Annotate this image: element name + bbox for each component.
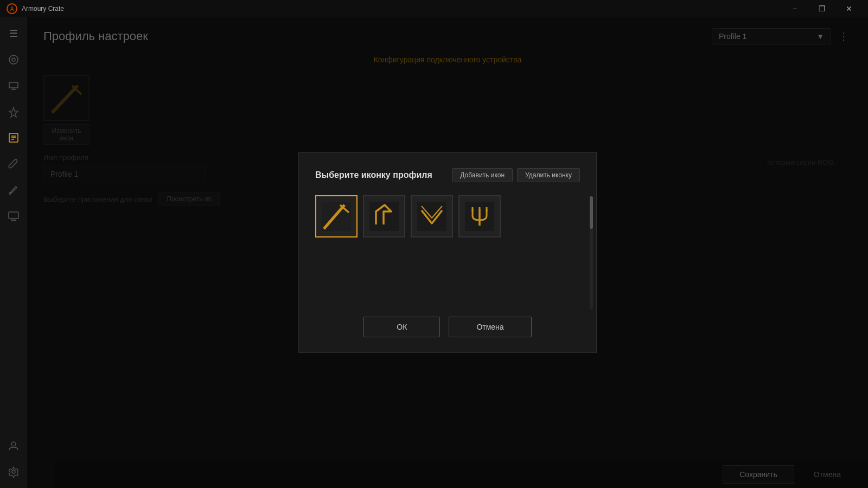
app-logo: A	[7, 3, 17, 14]
minimize-button[interactable]: −	[782, 0, 807, 17]
maximize-button[interactable]: ❐	[809, 0, 834, 17]
profile-icon	[8, 132, 20, 144]
icon-cell-1[interactable]	[363, 195, 405, 237]
sidebar-item-settings[interactable]	[3, 461, 24, 483]
window-controls: − ❐ ✕	[782, 0, 861, 17]
svg-rect-12	[9, 212, 18, 219]
modal-footer: ОК Отмена	[315, 317, 580, 337]
icon-cell-3[interactable]	[458, 195, 501, 237]
display-icon	[8, 210, 20, 222]
sidebar-item-profile[interactable]	[3, 127, 24, 149]
settings-icon	[8, 466, 20, 478]
icon-cell-2[interactable]	[411, 195, 453, 237]
svg-text:A: A	[10, 6, 14, 12]
modal-header: Выберите иконку профиля Добавить икон Уд…	[315, 168, 580, 182]
titlebar: A Armoury Crate − ❐ ✕	[0, 0, 868, 17]
sidebar-item-lighting[interactable]	[3, 101, 24, 123]
sidebar-item-user[interactable]	[3, 435, 24, 457]
svg-point-2	[9, 55, 18, 64]
add-icon-button[interactable]: Добавить икон	[452, 168, 513, 182]
close-button[interactable]: ✕	[837, 0, 861, 17]
svg-point-15	[12, 470, 15, 473]
wrench-icon	[8, 158, 20, 170]
icon-cell-0[interactable]	[315, 195, 358, 237]
modal-title: Выберите иконку профиля	[315, 170, 432, 180]
brush-icon	[8, 184, 20, 196]
modal-cancel-button[interactable]: Отмена	[449, 317, 531, 337]
user-icon	[8, 440, 20, 452]
sidebar-item-wrench[interactable]	[3, 153, 24, 175]
sidebar-item-display[interactable]	[3, 205, 24, 227]
sidebar-item-home[interactable]	[3, 49, 24, 70]
modal-scrollbar[interactable]	[590, 196, 593, 309]
home-icon	[8, 54, 20, 66]
menu-icon: ☰	[9, 28, 18, 40]
svg-rect-4	[9, 82, 18, 88]
device-icon	[8, 80, 20, 92]
sidebar-item-menu[interactable]: ☰	[3, 23, 24, 44]
modal-overlay: Выберите иконку профиля Добавить икон Уд…	[27, 17, 868, 488]
sidebar: ☰	[0, 17, 27, 488]
modal-scrollbar-thumb	[590, 196, 593, 229]
titlebar-app-name: Armoury Crate	[22, 5, 782, 12]
icon-grid	[315, 195, 580, 300]
svg-rect-13	[11, 220, 16, 221]
svg-point-14	[11, 442, 16, 446]
modal-header-actions: Добавить икон Удалить иконку	[452, 168, 580, 182]
lighting-icon	[8, 106, 20, 118]
modal-ok-button[interactable]: ОК	[363, 317, 440, 337]
delete-icon-button[interactable]: Удалить иконку	[517, 168, 580, 182]
icon-picker-modal: Выберите иконку профиля Добавить икон Уд…	[298, 152, 597, 353]
sidebar-item-device[interactable]	[3, 75, 24, 97]
sidebar-item-brush[interactable]	[3, 179, 24, 201]
svg-point-3	[12, 58, 15, 61]
